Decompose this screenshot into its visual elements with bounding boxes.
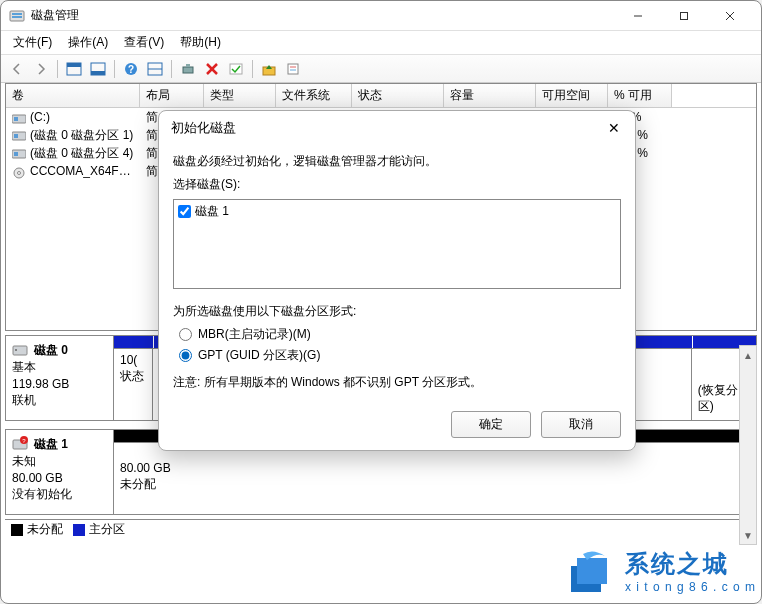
svg-rect-19 xyxy=(230,64,242,74)
folder-up-icon[interactable] xyxy=(259,59,279,79)
volume-name: (磁盘 0 磁盘分区 4) xyxy=(30,146,133,160)
watermark-title: 系统之城 xyxy=(625,548,756,580)
cd-icon xyxy=(12,167,26,177)
initialize-disk-dialog: 初始化磁盘 ✕ 磁盘必须经过初始化，逻辑磁盘管理器才能访问。 选择磁盘(S): … xyxy=(158,110,636,451)
disk-item-label: 磁盘 1 xyxy=(195,203,229,220)
volume-name: (磁盘 0 磁盘分区 1) xyxy=(30,128,133,142)
header-status[interactable]: 状态 xyxy=(352,84,444,107)
dialog-close-icon[interactable]: ✕ xyxy=(605,119,623,137)
window-controls xyxy=(615,1,753,31)
header-type[interactable]: 类型 xyxy=(204,84,276,107)
disk-name: 磁盘 1 xyxy=(34,436,107,453)
watermark-subtitle: x i t o n g 8 6 . c o m xyxy=(625,580,756,594)
disk-status: 联机 xyxy=(12,392,107,409)
cancel-button[interactable]: 取消 xyxy=(541,411,621,438)
menu-view[interactable]: 查看(V) xyxy=(118,32,170,53)
partition-cell[interactable]: 10( 状态 xyxy=(114,349,153,420)
close-button[interactable] xyxy=(707,1,753,31)
select-disk-label: 选择磁盘(S): xyxy=(173,176,621,193)
menubar: 文件(F) 操作(A) 查看(V) 帮助(H) xyxy=(1,31,761,55)
delete-icon[interactable] xyxy=(202,59,222,79)
watermark-text: 系统之城 x i t o n g 8 6 . c o m xyxy=(625,548,756,594)
svg-rect-21 xyxy=(288,64,298,74)
view-split-icon[interactable] xyxy=(145,59,165,79)
separator xyxy=(57,60,58,78)
dialog-title: 初始化磁盘 xyxy=(171,119,605,137)
menu-file[interactable]: 文件(F) xyxy=(7,32,58,53)
partition-segment xyxy=(114,336,153,348)
header-capacity[interactable]: 容量 xyxy=(444,84,536,107)
settings-icon[interactable] xyxy=(178,59,198,79)
svg-rect-32 xyxy=(13,346,27,355)
disk-list-item[interactable]: 磁盘 1 xyxy=(178,203,616,220)
radio-mbr[interactable]: MBR(主启动记录)(M) xyxy=(179,326,621,343)
header-percent[interactable]: % 可用 xyxy=(608,84,672,107)
partition-cell[interactable]: 80.00 GB 未分配 xyxy=(114,443,756,514)
partition-style-group: MBR(主启动记录)(M) GPT (GUID 分区表)(G) xyxy=(179,326,621,364)
legend: 未分配 主分区 xyxy=(5,519,757,539)
menu-action[interactable]: 操作(A) xyxy=(62,32,114,53)
ok-button[interactable]: 确定 xyxy=(451,411,531,438)
volume-icon xyxy=(12,148,26,158)
svg-rect-8 xyxy=(67,63,81,67)
header-volume[interactable]: 卷 xyxy=(6,84,140,107)
properties-icon[interactable] xyxy=(283,59,303,79)
swatch-black xyxy=(11,524,23,536)
view-bottom-icon[interactable] xyxy=(88,59,108,79)
scrollbar[interactable]: ▲ ▼ xyxy=(739,345,757,545)
svg-rect-16 xyxy=(186,64,190,67)
partition-row: 80.00 GB 未分配 xyxy=(114,442,756,514)
watermark-logo-icon xyxy=(565,546,615,596)
svg-rect-29 xyxy=(14,152,18,156)
partition-style-label: 为所选磁盘使用以下磁盘分区形式: xyxy=(173,303,621,320)
minimize-button[interactable] xyxy=(615,1,661,31)
disk-label[interactable]: 磁盘 0 基本 119.98 GB 联机 xyxy=(6,336,114,420)
maximize-button[interactable] xyxy=(661,1,707,31)
scroll-down-icon[interactable]: ▼ xyxy=(740,526,756,544)
legend-primary: 主分区 xyxy=(73,521,125,538)
svg-rect-27 xyxy=(14,134,18,138)
radio-mbr-input[interactable] xyxy=(179,328,192,341)
radio-gpt-input[interactable] xyxy=(179,349,192,362)
dialog-note: 注意: 所有早期版本的 Windows 都不识别 GPT 分区形式。 xyxy=(173,374,621,391)
view-top-icon[interactable] xyxy=(64,59,84,79)
svg-point-31 xyxy=(18,171,21,174)
titlebar: 磁盘管理 xyxy=(1,1,761,31)
volume-icon xyxy=(12,130,26,140)
volume-name: (C:) xyxy=(30,110,50,124)
svg-rect-25 xyxy=(14,117,18,121)
disk-unknown-icon: ? xyxy=(12,436,28,452)
svg-rect-2 xyxy=(12,16,22,18)
svg-rect-15 xyxy=(183,67,193,73)
separator xyxy=(114,60,115,78)
header-free[interactable]: 可用空间 xyxy=(536,84,608,107)
dialog-body: 磁盘必须经过初始化，逻辑磁盘管理器才能访问。 选择磁盘(S): 磁盘 1 为所选… xyxy=(159,141,635,403)
svg-rect-10 xyxy=(91,71,105,75)
svg-rect-4 xyxy=(681,12,688,19)
menu-help[interactable]: 帮助(H) xyxy=(174,32,227,53)
back-icon[interactable] xyxy=(7,59,27,79)
disk-label[interactable]: ? 磁盘 1 未知 80.00 GB 没有初始化 xyxy=(6,430,114,514)
header-layout[interactable]: 布局 xyxy=(140,84,204,107)
radio-gpt[interactable]: GPT (GUID 分区表)(G) xyxy=(179,347,621,364)
volume-name: CCCOMA_X64FR... xyxy=(30,164,137,178)
dialog-buttons: 确定 取消 xyxy=(159,403,635,438)
scroll-up-icon[interactable]: ▲ xyxy=(740,346,756,364)
swatch-blue xyxy=(73,524,85,536)
volume-icon xyxy=(12,113,26,123)
disk-size: 119.98 GB xyxy=(12,376,107,393)
toolbar: ? xyxy=(1,55,761,83)
help-icon[interactable]: ? xyxy=(121,59,141,79)
separator xyxy=(171,60,172,78)
separator xyxy=(252,60,253,78)
disk-type: 未知 xyxy=(12,453,107,470)
svg-text:?: ? xyxy=(128,64,134,75)
disk-checkbox[interactable] xyxy=(178,205,191,218)
forward-icon[interactable] xyxy=(31,59,51,79)
legend-unallocated: 未分配 xyxy=(11,521,63,538)
dialog-titlebar: 初始化磁盘 ✕ xyxy=(159,111,635,141)
disk-select-list[interactable]: 磁盘 1 xyxy=(173,199,621,289)
checklist-icon[interactable] xyxy=(226,59,246,79)
header-filesystem[interactable]: 文件系统 xyxy=(276,84,352,107)
disk-type: 基本 xyxy=(12,359,107,376)
